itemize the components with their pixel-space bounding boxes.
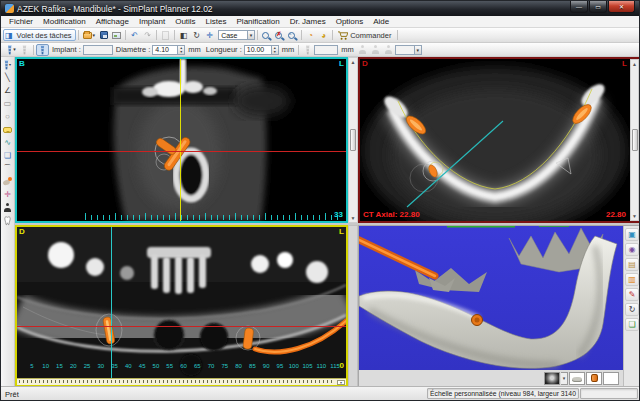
angle-tool-button[interactable]: ∠ xyxy=(1,84,14,97)
slider-end-button[interactable]: ▾ xyxy=(337,380,345,385)
save-button[interactable] xyxy=(97,29,110,41)
menu-options[interactable]: Options xyxy=(331,16,369,27)
move-implant-tool-button[interactable]: ✛ xyxy=(1,188,14,201)
import-image-button[interactable] xyxy=(110,29,123,41)
orientation-label-left: D xyxy=(362,60,368,68)
undo-button[interactable]: ↶ xyxy=(128,29,141,41)
implant-thumbnail[interactable] xyxy=(586,372,602,385)
abutment-button-2[interactable] xyxy=(369,44,382,56)
dropdown-arrow-icon: ▾ xyxy=(13,45,16,54)
cube-tool-button[interactable]: ❏ xyxy=(1,149,14,162)
paint-button[interactable]: ✎ xyxy=(625,288,639,301)
comment-tool-icon xyxy=(3,127,12,133)
angle-field-arrow[interactable]: ▾ xyxy=(415,45,422,55)
implant-tool-button[interactable]: ▾ xyxy=(1,58,14,71)
abutment-button-1[interactable] xyxy=(356,44,369,56)
ct-volume-thumbnail[interactable] xyxy=(544,372,560,385)
rotate-view-button[interactable]: ↻ xyxy=(190,29,203,41)
case-select[interactable]: Case xyxy=(218,30,248,40)
angle-field[interactable] xyxy=(395,45,415,55)
menu-fichier[interactable]: Fichier xyxy=(4,16,38,27)
diameter-field[interactable]: 4.10 xyxy=(152,45,178,55)
panoramic-canvas[interactable]: 5101520253035404550556065707580859095100… xyxy=(17,227,346,378)
measure-tool-button[interactable]: ╲ xyxy=(1,71,14,84)
window-title: AZEK Rafika - Mandibule* - SimPlant Plan… xyxy=(17,4,213,14)
thumbnail-dropdown[interactable]: ▾ xyxy=(561,372,568,385)
view-2d-icon: ◔ xyxy=(308,31,313,40)
refresh-button[interactable]: ↻ xyxy=(625,303,639,316)
task-pane-toggle[interactable]: ◨ Volet des tâches xyxy=(3,29,76,41)
three-d-canvas[interactable] xyxy=(359,226,623,370)
axial-canvas[interactable]: CT Axial: 22.80 xyxy=(360,59,630,221)
volume-render-button[interactable]: ❏ xyxy=(625,318,639,331)
orientation-button[interactable]: ◉ xyxy=(625,243,639,256)
nerve-tool-button[interactable] xyxy=(1,175,14,188)
implant-place-button[interactable] xyxy=(36,44,49,56)
comment-tool-button[interactable] xyxy=(1,123,14,136)
export-view-button[interactable]: ▤ xyxy=(625,258,639,271)
open-case-button[interactable]: ▾ xyxy=(81,29,98,41)
rectangle-tool-icon: ▭ xyxy=(4,99,12,108)
tooth-chart-button[interactable] xyxy=(1,214,14,227)
redo-button[interactable]: ↷ xyxy=(141,29,154,41)
panel-divider xyxy=(348,225,358,387)
menu-aide[interactable]: Aide xyxy=(368,16,394,27)
bone-model-thumbnail[interactable] xyxy=(569,372,585,385)
close-button[interactable]: ✕ xyxy=(608,1,635,13)
curve-tool-button[interactable]: ∿ xyxy=(1,136,14,149)
scroll-down-icon[interactable]: ▼ xyxy=(351,215,356,221)
paste-button[interactable] xyxy=(159,29,172,41)
status-scale-info: Échelle personnalisée (niveau 984, large… xyxy=(427,388,579,399)
menu-implant[interactable]: Implant xyxy=(134,16,170,27)
ruler-number: 100 xyxy=(287,362,301,370)
scroll-up-icon[interactable]: ▲ xyxy=(351,59,356,65)
view-3d-button[interactable]: ◕ xyxy=(317,29,330,41)
load-view-button[interactable]: ▥ xyxy=(625,273,639,286)
ruler-number: 90 xyxy=(259,362,273,370)
menu-planification[interactable]: Planification xyxy=(232,16,285,27)
menu-affichage[interactable]: Affichage xyxy=(91,16,134,27)
volume-render-icon: ❏ xyxy=(628,320,635,329)
implant-name-field[interactable] xyxy=(83,45,113,55)
implant-library-button[interactable]: ▾ xyxy=(5,44,18,56)
rectangle-tool-button[interactable]: ▭ xyxy=(1,97,14,110)
menu-dr-james[interactable]: Dr. James xyxy=(285,16,331,27)
minimize-button[interactable]: — xyxy=(570,1,588,13)
ruler-number: 10 xyxy=(39,362,53,370)
pan-button[interactable]: ✛ xyxy=(203,29,216,41)
menu-outils[interactable]: Outils xyxy=(170,16,200,27)
length-field[interactable]: 10.00 xyxy=(244,45,272,55)
axial-scrollbar[interactable]: ▲ ▼ xyxy=(630,59,639,221)
implant-place-icon xyxy=(40,45,45,55)
scrollbar-thumb[interactable] xyxy=(350,129,356,151)
undo-icon: ↶ xyxy=(131,31,138,40)
cross-section-scrollbar[interactable]: ▲ ▼ xyxy=(348,57,358,223)
implant-secondary-button[interactable] xyxy=(18,44,31,56)
slice-number: 0 xyxy=(340,361,344,370)
crosshair-horizontal-line xyxy=(17,326,346,327)
length-spinner[interactable]: ▴▾ xyxy=(272,45,279,55)
empty-thumbnail[interactable] xyxy=(603,372,619,385)
offset-field[interactable] xyxy=(314,45,338,55)
arch-tool-button[interactable]: ⌒ xyxy=(1,162,14,175)
zoom-remove-button[interactable]: ✗ xyxy=(273,29,286,41)
zoom-region-button[interactable]: ▫ xyxy=(286,29,299,41)
implant-offset-button[interactable] xyxy=(301,44,314,56)
zoom-in-button[interactable] xyxy=(260,29,273,41)
commander-button[interactable]: Commander xyxy=(335,29,395,41)
patient-button[interactable] xyxy=(1,201,14,214)
case-select-arrow[interactable]: ▾ xyxy=(248,30,255,40)
abutment-button-3[interactable] xyxy=(382,44,395,56)
scrollbar-thumb[interactable] xyxy=(632,129,638,151)
cross-section-canvas[interactable] xyxy=(17,59,346,221)
scene-layers-button[interactable]: ▣ xyxy=(625,228,639,241)
menu-modification[interactable]: Modification xyxy=(38,16,91,27)
view-2d-button[interactable]: ◔ xyxy=(304,29,317,41)
contrast-button[interactable]: ◧ xyxy=(177,29,190,41)
panoramic-slider[interactable]: ▾ xyxy=(17,378,346,385)
maximize-button[interactable]: ▭ xyxy=(589,1,607,13)
circle-tool-button[interactable]: ○ xyxy=(1,110,14,123)
menu-listes[interactable]: Listes xyxy=(201,16,232,27)
ruler-number: 110 xyxy=(314,362,328,370)
diameter-spinner[interactable]: ▴▾ xyxy=(178,45,185,55)
